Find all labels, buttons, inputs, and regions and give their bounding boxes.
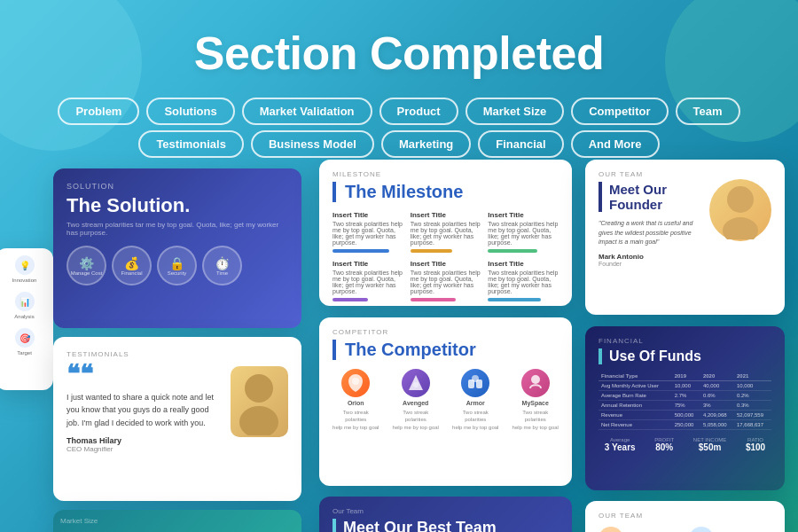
orion-icon (341, 369, 370, 397)
security-icon: 🔒 (169, 256, 184, 270)
stat-profit: PROFIT 80% (654, 437, 674, 452)
milestone-item-4: Insert Title Two streak polarities help … (332, 260, 403, 301)
stat-average: Average 3 Years (605, 437, 636, 452)
side-icon-2: 📊 (15, 292, 35, 311)
card-solution: Solution The Solution. Two stream polari… (53, 168, 301, 328)
milestone-item-6: Insert Title Two streak polarities help … (488, 260, 559, 301)
col-2021: 2021 (734, 372, 771, 381)
comp-myspace: MySpace Two streak polaritieshelp me by … (512, 369, 559, 431)
comp-armor: Armor Two streak polaritieshelp me by to… (452, 369, 499, 431)
founder-name: Mark Antonio (598, 253, 700, 261)
comp-avenged: Avenged Two streak polaritieshelp me by … (393, 369, 440, 431)
solution-title: The Solution. (66, 194, 288, 217)
bottom-label: Our Team (332, 507, 559, 515)
tags-row-2: Testimonials Business Model Marketing Fi… (58, 130, 739, 158)
card-side-left: 💡 Innovation 📊 Analysis 🎯 Target (0, 248, 53, 390)
avenged-icon (402, 369, 430, 397)
svg-point-3 (239, 406, 278, 435)
circle-financial: 💰 Financial (112, 246, 152, 286)
table-row: Avg Monthly Active User 10,000 40,000 10… (598, 381, 771, 391)
armor-icon (461, 369, 489, 397)
circles-row: ⚙️ Manage Cost 💰 Financial 🔒 Security ⏱️… (66, 246, 288, 286)
tag-testimonials[interactable]: Testimonials (138, 130, 244, 158)
tag-market-validation[interactable]: Market Validation (242, 98, 372, 125)
tag-market-size[interactable]: Market Size (466, 98, 565, 125)
tag-competitor[interactable]: Competitor (571, 98, 668, 125)
tag-product[interactable]: Product (379, 98, 458, 125)
tag-and-more[interactable]: And More (571, 130, 660, 158)
teal-label: Market Size (53, 510, 301, 532)
cards-section: 💡 Innovation 📊 Analysis 🎯 Target Solutio… (0, 160, 798, 532)
card-competitor: Competitor The Competitor Orion Two stre… (319, 317, 572, 486)
card-milestone: Milestone The Milestone Insert Title Two… (319, 160, 572, 306)
testimonials-label: Testimonials (66, 350, 220, 358)
tags-row-1: Problem Solutions Market Validation Prod… (58, 98, 739, 125)
testimonial-text: Testimonials ❝❝ I just wanted to share a… (66, 350, 220, 453)
milestone-item-5: Insert Title Two streak polarities help … (411, 260, 481, 301)
tag-solutions[interactable]: Solutions (146, 98, 234, 125)
orion-name: Orion (348, 400, 364, 406)
financial-icon: 💰 (124, 256, 139, 270)
svg-point-0 (727, 186, 754, 213)
testimonial-author-role: CEO Magnifier (66, 445, 220, 453)
bottom-title: Meet Our Best Team (332, 519, 559, 532)
svg-point-2 (245, 374, 273, 403)
armor-name: Armor (466, 400, 485, 406)
funds-table: Financial Type 2019 2020 2021 Avg Monthl… (598, 372, 771, 430)
avatar-william (598, 527, 623, 532)
funds-label: Financial (598, 337, 771, 345)
founder-title: Meet Our Founder (598, 182, 700, 212)
competitor-title: The Competitor (332, 340, 559, 360)
testimonial-photo (231, 366, 288, 437)
side-item-3: 🎯 Target (3, 328, 46, 356)
founder-quote: "Creating a work that is useful and give… (598, 219, 700, 247)
table-row: Revenue 500,000 4,209,068 52,097,559 (598, 411, 771, 420)
tag-team[interactable]: Team (676, 98, 740, 125)
team-member-2: Robert Drew Senior Designer (689, 527, 772, 532)
card-team: Our Team William James Creative Design (585, 501, 785, 532)
main-container: Section Completed Problem Solutions Mark… (0, 0, 798, 532)
stat-ratio: RATIO $100 (746, 437, 765, 452)
milestone-item-3: Insert Title Two streak polarities help … (488, 211, 559, 253)
armor-desc: Two streak polaritieshelp me by top goal (452, 409, 499, 431)
side-icon-3: 🎯 (15, 328, 35, 348)
col-2019: 2019 (672, 372, 700, 381)
orion-desc: Two streak polaritieshelp me by top goal (332, 409, 379, 431)
myspace-name: MySpace (522, 400, 549, 406)
stat-net-income: NET INCOME $50m (693, 437, 727, 452)
founder-role: Founder (598, 261, 700, 267)
circle-manage: ⚙️ Manage Cost (66, 246, 106, 286)
card-blue-bottom: Our Team Meet Our Best Team (319, 497, 572, 532)
funds-title: Use Of Funds (598, 348, 771, 364)
myspace-icon (521, 369, 550, 397)
milestone-grid: Insert Title Two streak polarities help … (332, 211, 559, 301)
card-founder: Our Team Meet Our Founder "Creating a wo… (585, 160, 785, 315)
quote-icon: ❝❝ (66, 362, 220, 387)
card-funds: Financial Use Of Funds Financial Type 20… (585, 326, 785, 490)
testimonial-author-name: Thomas Hilary (66, 436, 220, 445)
svg-point-1 (723, 217, 758, 239)
testimonial-body: I just wanted to share a quick note and … (66, 391, 220, 429)
tag-business-model[interactable]: Business Model (251, 130, 374, 158)
table-row: Average Burn Rate 2.7% 0.6% 0.2% (598, 391, 771, 401)
col-2020: 2020 (700, 372, 734, 381)
svg-point-9 (531, 375, 540, 384)
tag-marketing[interactable]: Marketing (381, 130, 471, 158)
funds-stats: Average 3 Years PROFIT 80% NET INCOME $5… (598, 437, 771, 452)
milestone-item-1: Insert Title Two streak polarities help … (332, 211, 403, 253)
milestone-title: The Milestone (332, 182, 559, 202)
competitor-label: Competitor (332, 328, 559, 336)
manage-icon: ⚙️ (79, 256, 94, 270)
competitor-logos: Orion Two streak polaritieshelp me by to… (332, 369, 559, 431)
main-title: Section Completed (58, 27, 739, 80)
milestone-label: Milestone (332, 170, 559, 178)
side-item-2: 📊 Analysis (3, 292, 46, 319)
tag-financial[interactable]: Financial (478, 130, 563, 158)
side-icon-1: 💡 (15, 255, 35, 275)
founder-label: Our Team (598, 170, 700, 178)
team-label: Our Team (598, 512, 771, 520)
table-row: Net Revenue 250,000 5,058,000 17,668,637 (598, 420, 771, 430)
tag-problem[interactable]: Problem (58, 98, 139, 125)
svg-point-8 (472, 375, 479, 382)
table-row: Annual Retention 75% 3% 0.3% (598, 401, 771, 411)
